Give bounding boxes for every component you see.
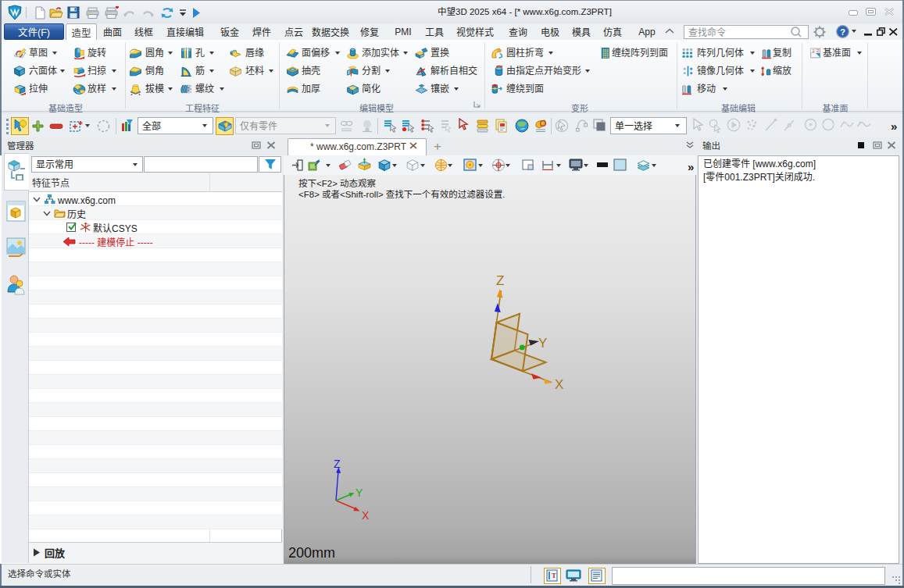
svg-text:Z: Z bbox=[334, 458, 341, 470]
svg-text:T: T bbox=[552, 572, 556, 579]
svg-text:?: ? bbox=[840, 27, 845, 37]
svg-text:Z: Z bbox=[496, 273, 504, 288]
svg-text:Y: Y bbox=[538, 336, 547, 351]
svg-text:X: X bbox=[362, 509, 370, 522]
svg-text:X: X bbox=[555, 377, 563, 392]
svg-text:1: 1 bbox=[812, 48, 814, 53]
svg-text:Y: Y bbox=[356, 486, 363, 499]
svg-text:2: 2 bbox=[816, 48, 819, 53]
